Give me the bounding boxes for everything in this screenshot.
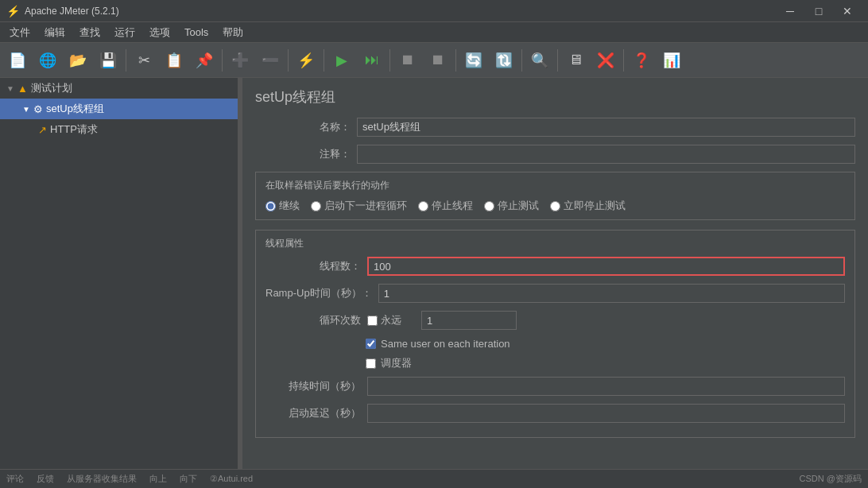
loop-forever-checkbox-label[interactable]: 永远 — [367, 313, 415, 327]
radio-start-next[interactable]: 启动下一进程循环 — [311, 199, 407, 213]
scheduler-label: 调度器 — [381, 356, 412, 370]
extra-button[interactable]: 📊 — [657, 46, 686, 75]
delay-input[interactable] — [367, 404, 845, 423]
radio-stop-test-now[interactable]: 立即停止测试 — [550, 199, 626, 213]
tree-item-test-plan[interactable]: ▼ ▲ 测试计划 — [0, 78, 238, 99]
properties-title: 线程属性 — [265, 237, 845, 250]
stop-now-button[interactable]: ⏹ — [424, 46, 452, 75]
remote-stop-button[interactable]: ❌ — [591, 46, 620, 75]
status-down[interactable]: 向下 — [180, 473, 197, 485]
menu-file[interactable]: 文件 — [3, 24, 37, 41]
clear-button[interactable]: 🔄 — [459, 46, 488, 75]
status-up[interactable]: 向上 — [149, 473, 167, 485]
status-autoui: ②Autui.red — [210, 474, 253, 484]
tree-icon-setup: ⚙ — [33, 103, 43, 115]
remote-start-button[interactable]: 🖥 — [561, 46, 590, 75]
name-row: 名称： — [255, 118, 855, 137]
duration-label: 持续时间（秒） — [265, 379, 361, 393]
same-user-label-container[interactable]: Same user on each iteration — [366, 338, 510, 350]
radio-stop-test-input[interactable] — [484, 201, 494, 211]
tree-label-test-plan: 测试计划 — [31, 81, 72, 95]
duration-input[interactable] — [367, 377, 845, 396]
delay-row: 启动延迟（秒） — [265, 404, 845, 423]
maximize-button[interactable]: □ — [804, 0, 833, 22]
radio-start-next-input[interactable] — [311, 201, 321, 211]
comment-input[interactable] — [357, 145, 855, 164]
same-user-checkbox[interactable] — [366, 339, 376, 349]
duration-row: 持续时间（秒） — [265, 377, 845, 396]
search-button[interactable]: 🔍 — [525, 46, 554, 75]
clear-all-button[interactable]: 🔃 — [490, 46, 518, 75]
menu-run[interactable]: 运行 — [108, 24, 141, 41]
name-label: 名称： — [255, 120, 351, 134]
menu-search[interactable]: 查找 — [73, 24, 107, 41]
separator-5 — [389, 49, 390, 72]
separator-2 — [222, 49, 223, 72]
separator-3 — [288, 49, 289, 72]
tree-icon-test-plan: ▲ — [17, 83, 28, 95]
toggle-button[interactable]: ⚡ — [292, 46, 320, 75]
separator-6 — [455, 49, 456, 72]
ramp-up-label: Ramp-Up时间（秒）： — [265, 286, 372, 300]
delay-label: 启动延迟（秒） — [265, 406, 361, 420]
ramp-up-row: Ramp-Up时间（秒）： — [265, 284, 845, 303]
menu-options[interactable]: 选项 — [143, 24, 176, 41]
scheduler-label-container[interactable]: 调度器 — [366, 356, 412, 370]
radio-stop-test[interactable]: 停止测试 — [484, 199, 539, 213]
separator-4 — [324, 49, 324, 72]
app-icon: ⚡ — [6, 5, 20, 17]
status-feedback: 反馈 — [37, 473, 54, 485]
new-button[interactable]: 📄 — [3, 46, 32, 75]
thread-count-input[interactable] — [367, 257, 845, 276]
action-section-title: 在取样器错误后要执行的动作 — [265, 179, 845, 192]
radio-continue-input[interactable] — [265, 201, 276, 211]
status-comment: 评论 — [6, 473, 24, 485]
ramp-up-input[interactable] — [378, 284, 845, 303]
templates-button[interactable]: 🌐 — [33, 46, 62, 75]
tree-item-setup-thread-group[interactable]: ▼ ⚙ setUp线程组 — [0, 99, 238, 119]
loop-count-label: 循环次数 — [265, 313, 361, 327]
radio-continue-label: 继续 — [279, 199, 300, 213]
stop-button[interactable]: ⏹ — [393, 46, 422, 75]
tree-item-http-request[interactable]: ↗ HTTP请求 — [0, 119, 238, 140]
title-bar: ⚡ Apache JMeter (5.2.1) ─ □ ✕ — [0, 0, 868, 22]
loop-count-input[interactable] — [421, 311, 517, 330]
radio-start-next-label: 启动下一进程循环 — [324, 199, 407, 213]
paste-button[interactable]: 📌 — [190, 46, 219, 75]
name-input[interactable] — [357, 118, 855, 137]
thread-count-label: 线程数： — [265, 259, 361, 273]
save-button[interactable]: 💾 — [94, 46, 122, 75]
scheduler-checkbox[interactable] — [366, 358, 376, 369]
radio-stop-thread[interactable]: 停止线程 — [418, 199, 473, 213]
radio-stop-thread-input[interactable] — [418, 201, 428, 211]
add-button[interactable]: ➕ — [226, 46, 254, 75]
same-user-label: Same user on each iteration — [381, 338, 510, 350]
radio-stop-test-now-input[interactable] — [550, 201, 560, 211]
right-panel: setUp线程组 名称： 注释： 在取样器错误后要执行的动作 继续 启动下一进程… — [242, 78, 868, 469]
start-button[interactable]: ▶ — [327, 46, 356, 75]
help-button[interactable]: ❓ — [627, 46, 656, 75]
menu-tools[interactable]: Tools — [178, 25, 215, 40]
title-bar-left: ⚡ Apache JMeter (5.2.1) — [6, 5, 119, 17]
loop-forever-label: 永远 — [381, 313, 401, 327]
close-button[interactable]: ✕ — [833, 0, 862, 22]
loop-forever-checkbox[interactable] — [367, 316, 378, 326]
separator-1 — [126, 49, 126, 72]
title-controls: ─ □ ✕ — [776, 0, 862, 22]
copy-button[interactable]: 📋 — [160, 46, 188, 75]
radio-stop-test-label: 停止测试 — [498, 199, 539, 213]
cut-button[interactable]: ✂ — [130, 46, 158, 75]
status-collect: 从服务器收集结果 — [67, 473, 137, 485]
comment-label: 注释： — [255, 147, 351, 161]
comment-row: 注释： — [255, 145, 855, 164]
start-no-pause-button[interactable]: ⏭ — [358, 46, 386, 75]
open-button[interactable]: 📂 — [64, 46, 92, 75]
menu-edit[interactable]: 编辑 — [38, 24, 72, 41]
minimize-button[interactable]: ─ — [776, 0, 804, 22]
app-title: Apache JMeter (5.2.1) — [25, 6, 119, 17]
radio-continue[interactable]: 继续 — [265, 199, 300, 213]
remove-button[interactable]: ➖ — [256, 46, 285, 75]
menu-help[interactable]: 帮助 — [216, 24, 250, 41]
panel-divider[interactable] — [238, 78, 242, 469]
main-layout: ▼ ▲ 测试计划 ▼ ⚙ setUp线程组 ↗ HTTP请求 setUp线程组 … — [0, 78, 868, 469]
